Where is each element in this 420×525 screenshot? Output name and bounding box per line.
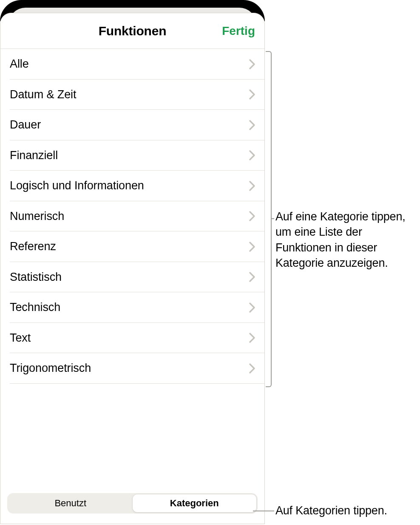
category-row-engineering[interactable]: Technisch xyxy=(0,292,264,323)
segmented-control: Benutzt Kategorien xyxy=(7,493,258,514)
category-label: Numerisch xyxy=(10,210,64,223)
category-label: Finanziell xyxy=(10,149,58,162)
functions-sheet: Funktionen Fertig Alle Datum & Zeit Daue… xyxy=(0,13,265,524)
category-row-all[interactable]: Alle xyxy=(0,49,264,80)
tab-recent[interactable]: Benutzt xyxy=(9,494,133,512)
callout-bracket xyxy=(266,51,272,387)
category-label: Dauer xyxy=(10,118,41,131)
category-label: Technisch xyxy=(10,301,60,314)
category-label: Text xyxy=(10,331,31,344)
category-label: Logisch und Informationen xyxy=(10,179,144,192)
chevron-right-icon xyxy=(249,59,255,69)
sheet-header: Funktionen Fertig xyxy=(0,13,264,49)
category-row-trigonometric[interactable]: Trigonometrisch xyxy=(0,353,264,384)
category-label: Datum & Zeit xyxy=(10,88,76,101)
sheet-footer: Benutzt Kategorien xyxy=(0,491,264,524)
chevron-right-icon xyxy=(249,89,255,100)
category-list: Alle Datum & Zeit Dauer Finanziell Logis… xyxy=(0,49,264,491)
chevron-right-icon xyxy=(249,120,255,130)
chevron-right-icon xyxy=(249,302,255,313)
callout-leader-2 xyxy=(253,511,274,511)
callout-list-text: Auf eine Kategorie tippen, um eine Liste… xyxy=(275,209,416,271)
category-row-duration[interactable]: Dauer xyxy=(0,110,264,140)
category-row-text[interactable]: Text xyxy=(0,323,264,354)
chevron-right-icon xyxy=(249,211,255,221)
chevron-right-icon xyxy=(249,150,255,160)
category-row-statistical[interactable]: Statistisch xyxy=(0,262,264,293)
category-label: Statistisch xyxy=(10,271,62,283)
category-row-numeric[interactable]: Numerisch xyxy=(0,201,264,232)
annotated-screenshot: Funktionen Fertig Alle Datum & Zeit Daue… xyxy=(0,0,420,525)
chevron-right-icon xyxy=(249,181,255,191)
chevron-right-icon xyxy=(249,333,255,343)
done-button[interactable]: Fertig xyxy=(222,13,255,49)
callout-leader-1 xyxy=(272,218,274,219)
category-label: Alle xyxy=(10,57,29,70)
chevron-right-icon xyxy=(249,242,255,252)
tab-categories[interactable]: Kategorien xyxy=(133,494,257,512)
category-row-date-time[interactable]: Datum & Zeit xyxy=(0,80,264,110)
category-label: Referenz xyxy=(10,240,56,253)
category-row-financial[interactable]: Finanziell xyxy=(0,140,264,171)
callout-tab-text: Auf Kategorien tippen. xyxy=(275,503,416,518)
category-label: Trigonometrisch xyxy=(10,362,91,374)
category-row-reference[interactable]: Referenz xyxy=(0,231,264,262)
chevron-right-icon xyxy=(249,272,255,282)
chevron-right-icon xyxy=(249,363,255,374)
category-row-logical-info[interactable]: Logisch und Informationen xyxy=(0,171,264,201)
sheet-title: Funktionen xyxy=(99,24,167,38)
